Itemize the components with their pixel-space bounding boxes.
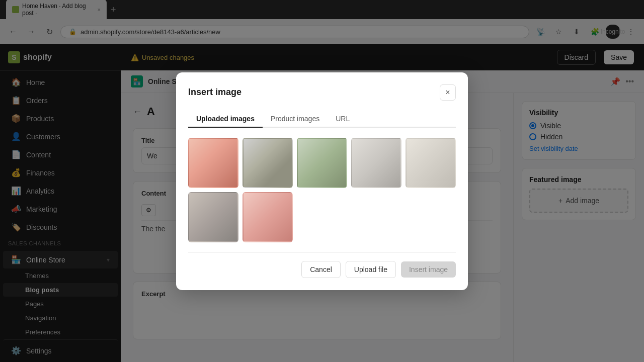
image-thumb-5[interactable]: [406, 138, 456, 188]
modal-close-button[interactable]: ×: [440, 93, 456, 101]
tab-product-images[interactable]: Product images: [263, 111, 328, 128]
modal-footer: Cancel Upload file Insert image: [188, 252, 456, 278]
cancel-button[interactable]: Cancel: [301, 261, 341, 278]
modal-overlay[interactable]: Insert image × Uploaded images Product i…: [121, 93, 644, 362]
modal-header: Insert image ×: [188, 93, 456, 101]
main-content: ⚠️ Unsaved changes Discard Save 🏪 Online…: [121, 44, 644, 362]
image-grid: [188, 138, 456, 242]
image-thumb-7[interactable]: [243, 192, 293, 242]
modal-tabs: Uploaded images Product images URL: [188, 111, 456, 128]
page-body: ← A Title Content ⚙ The the Excerpt: [121, 93, 644, 362]
insert-image-button[interactable]: Insert image: [401, 261, 456, 278]
upload-file-button[interactable]: Upload file: [346, 261, 396, 278]
tab-url[interactable]: URL: [328, 111, 358, 128]
image-thumb-3[interactable]: [297, 138, 347, 188]
modal-title: Insert image: [188, 93, 242, 98]
image-thumb-4[interactable]: [351, 138, 401, 188]
image-thumb-1[interactable]: [188, 138, 238, 188]
image-thumb-2[interactable]: [243, 138, 293, 188]
image-thumb-6[interactable]: [188, 192, 238, 242]
insert-image-modal: Insert image × Uploaded images Product i…: [176, 93, 468, 290]
tab-uploaded-images[interactable]: Uploaded images: [188, 111, 263, 128]
